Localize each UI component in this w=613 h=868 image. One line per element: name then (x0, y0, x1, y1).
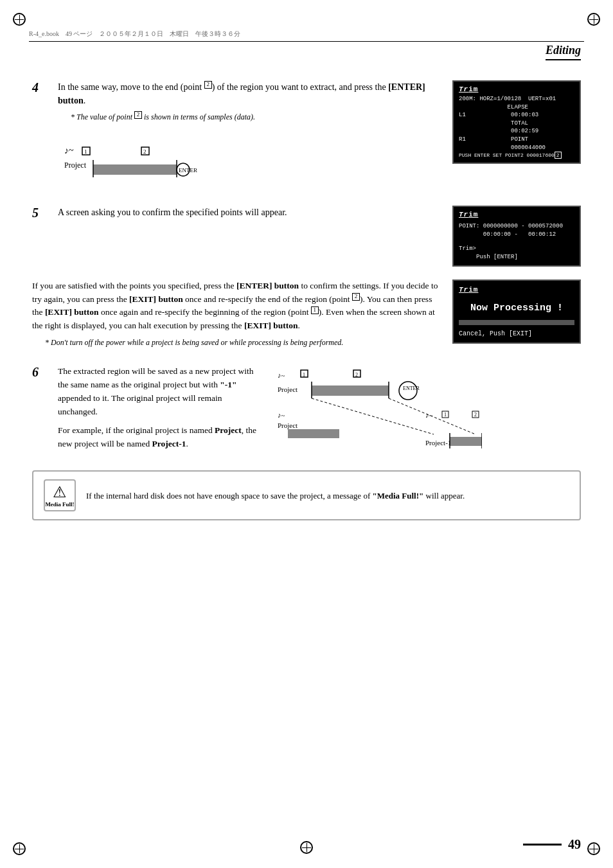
corner-crosshair-tr (587, 13, 600, 26)
step4-text-area: In the same way, move to the end (point … (58, 80, 440, 190)
step4-line7: 0000044000 (459, 144, 574, 152)
step5-line1: POINT: 0000000000 - 0000572000 (459, 222, 574, 231)
mid-text5: once again and re-specify the beginning … (99, 307, 311, 317)
point2-marker: 2 (204, 81, 212, 89)
step5-screen: Trim POINT: 0000000000 - 0000572000 00:0… (452, 206, 581, 266)
step4-screen: Trim 200M: HORZ=1/00128 UERT=x01 ELAPSE … (452, 80, 581, 164)
now-processing-screen: Trim Now Processing ! Cancel, Push [EXIT… (452, 279, 581, 344)
step4-screen-area: Trim 200M: HORZ=1/00128 UERT=x01 ELAPSE … (452, 80, 581, 190)
title-underline (546, 59, 581, 60)
svg-rect-17 (312, 385, 389, 396)
header-meta: R-4_e.book 49 ページ ２００５年２月１０日 木曜日 午後３時３６分 (29, 30, 240, 39)
bottom-center-crosshair (300, 841, 313, 854)
page-num-line (523, 844, 562, 846)
step4-line3: L1 00:00:03 (459, 111, 574, 120)
svg-line-22 (312, 398, 434, 434)
mid-bold3: [EXIT] button (45, 307, 99, 317)
step5-section: 5 A screen asking you to confirm the spe… (32, 206, 581, 266)
step6-para2: For example, if the original project is … (58, 424, 263, 451)
step4-waveform-svg: ♪~ 1 2 Project ENTER (58, 142, 238, 187)
mid-text1: If you are satisfied with the points you… (32, 281, 236, 290)
np-title: Trim (459, 286, 574, 294)
step6-layout: The extracted region will be saved as a … (58, 365, 581, 457)
step4-screen-title: Trim (459, 85, 574, 93)
warning-icon-text: Media Full! (45, 501, 74, 508)
page-number-area: 49 (523, 837, 581, 852)
warning-text2: will appear. (423, 491, 465, 500)
step5-line4: Push [ENTER] (459, 253, 574, 261)
corner-crosshair-bl (13, 842, 26, 855)
mid-bold2: [EXIT] button (129, 294, 183, 304)
middle-para: If you are satisfied with the points you… (32, 279, 440, 333)
step6-text3: For example, if the original project is … (58, 425, 215, 435)
svg-text:Project-1: Project-1 (425, 439, 451, 447)
step6-bold2: Project (215, 425, 242, 435)
page-number: 49 (568, 837, 581, 852)
step6-text5: . (186, 439, 188, 448)
svg-rect-26 (288, 429, 339, 438)
svg-text:♪~: ♪~ (425, 411, 433, 419)
step6-bold3: Project-1 (152, 439, 186, 448)
header-bar: R-4_e.book 49 ページ ２００５年２月１０日 木曜日 午後３時３６分 (29, 29, 584, 42)
corner-crosshair-tl (13, 13, 26, 26)
step4-line4: TOTAL (459, 120, 574, 128)
step4-waveform-area: ♪~ 1 2 Project ENTER (58, 142, 440, 190)
warning-bold1: "Media Full!" (372, 491, 423, 500)
main-content: 4 In the same way, move to the end (poin… (32, 77, 581, 829)
svg-text:Project: Project (64, 161, 87, 170)
mid-bold1: [ENTER] button (236, 281, 299, 290)
step5-para: A screen asking you to confirm the speci… (58, 206, 440, 219)
step5-line2: 00:00:00 - 00:00:12 (459, 231, 574, 239)
step4-line8: PUSH ENTER SET POINT2 0000176002 (459, 152, 574, 159)
step5-text-area: A screen asking you to confirm the speci… (58, 206, 440, 266)
step4-number: 4 (32, 80, 39, 95)
step4-text2: ) of the region you want to extract, and… (212, 82, 388, 92)
middle-block-layout: If you are satisfied with the points you… (32, 279, 581, 353)
svg-rect-6 (93, 164, 177, 175)
svg-text:Project: Project (278, 385, 298, 393)
mid-point1: 1 (311, 306, 319, 314)
svg-text:Project: Project (278, 421, 298, 429)
middle-note: * Don't turn off the power while a proje… (45, 337, 440, 348)
svg-text:1: 1 (303, 372, 305, 378)
warning-triangle-icon: ⚠ (53, 483, 67, 501)
svg-text:2: 2 (143, 148, 147, 155)
svg-text:ENTER: ENTER (179, 167, 197, 173)
warning-box: ⚠ Media Full! If the internal hard disk … (32, 470, 581, 520)
middle-screen-area: Trim Now Processing ! Cancel, Push [EXIT… (452, 279, 581, 353)
warning-text-area: If the internal hard disk does not have … (86, 490, 465, 502)
svg-text:♪~: ♪~ (64, 146, 74, 155)
step5-line3: Trim> (459, 245, 574, 253)
step4-text3: . (84, 96, 86, 105)
middle-text-area: If you are satisfied with the points you… (32, 279, 440, 353)
np-progress-bar (459, 320, 574, 325)
warning-icon-area: ⚠ Media Full! (44, 479, 76, 511)
page-title-area: Editing (546, 44, 581, 60)
step4-text1: In the same way, move to the end (point (58, 82, 204, 92)
step5-screen-area: Trim POINT: 0000000000 - 0000572000 00:0… (452, 206, 581, 266)
step6-number: 6 (32, 365, 39, 380)
svg-text:2: 2 (474, 412, 477, 418)
page-title: Editing (546, 44, 581, 57)
step4-line5: 00:02:59 (459, 127, 574, 136)
step4-line6: R1 POINT (459, 136, 574, 144)
step5-number: 5 (32, 206, 39, 220)
crosshair-bottom-center (300, 841, 313, 854)
step6-waveform-area: ♪~ 1 2 Project ENTER ♪~ (276, 365, 581, 457)
mid-text3: once and re-specify the end of the regio… (183, 294, 352, 304)
step4-line1: 200M: HORZ=1/00128 UERT=x01 (459, 95, 574, 103)
mid-point2: 2 (352, 293, 360, 301)
svg-text:♪~: ♪~ (278, 371, 285, 379)
step5-screen-title: Trim (459, 211, 574, 218)
svg-text:ENTER: ENTER (403, 385, 420, 391)
mid-text7: . (298, 321, 300, 330)
step4-section: 4 In the same way, move to the end (poin… (32, 80, 581, 190)
svg-text:2: 2 (355, 372, 358, 378)
step4-layout: In the same way, move to the end (point … (58, 80, 581, 190)
svg-text:1: 1 (84, 148, 87, 155)
step6-bold1: "-1" (220, 380, 236, 389)
step4-note: * The value of point 2 is shown in terms… (71, 111, 440, 123)
step4-para: In the same way, move to the end (point … (58, 80, 440, 107)
warning-text1: If the internal hard disk does not have … (86, 491, 372, 500)
svg-text:♪~: ♪~ (278, 411, 285, 419)
